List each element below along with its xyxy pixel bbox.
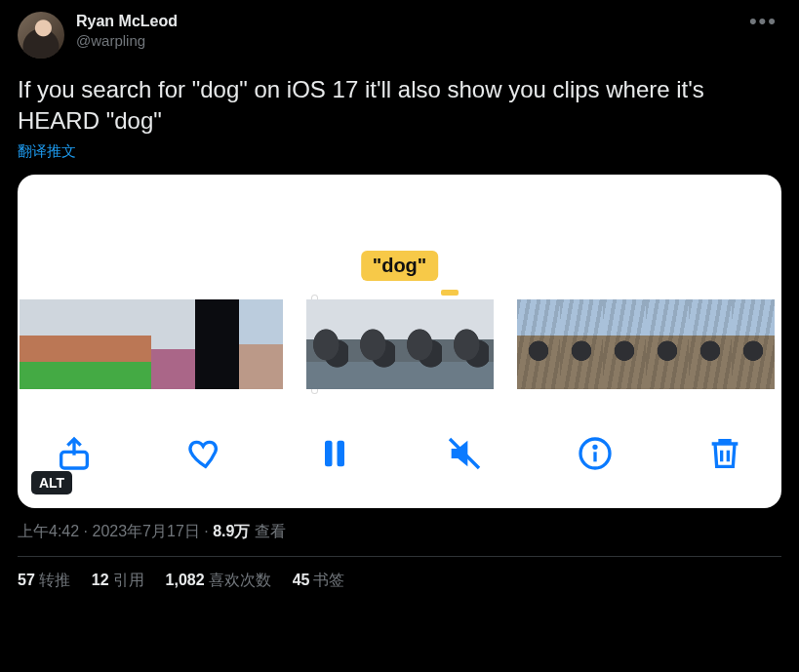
tweet-header: Ryan McLeod @warpling •••: [18, 12, 781, 59]
author-block[interactable]: Ryan McLeod @warpling: [76, 12, 734, 51]
search-highlight-token: "dog": [361, 251, 439, 281]
alt-badge[interactable]: ALT: [31, 471, 72, 494]
thumbnail[interactable]: [447, 299, 494, 389]
pause-icon[interactable]: [311, 430, 358, 477]
meta-time[interactable]: 上午4:42: [18, 523, 79, 539]
thumbnail[interactable]: [517, 299, 560, 389]
thumbnail[interactable]: [151, 299, 195, 389]
display-name: Ryan McLeod: [76, 12, 734, 31]
avatar[interactable]: [18, 12, 64, 59]
quotes-stat[interactable]: 12引用: [92, 571, 144, 591]
thumbnail[interactable]: [353, 299, 400, 389]
svg-point-5: [594, 446, 596, 448]
handle: @warpling: [76, 31, 734, 51]
tweet-meta: 上午4:422023年7月17日8.9万 查看: [18, 522, 781, 542]
media-toolbar: [18, 411, 781, 508]
retweets-label: 转推: [39, 572, 70, 588]
retweets-count: 57: [18, 572, 35, 588]
views-count: 8.9万: [213, 523, 250, 539]
svg-rect-2: [337, 441, 344, 467]
more-icon[interactable]: •••: [745, 12, 781, 31]
thumbnail[interactable]: [400, 299, 447, 389]
quotes-label: 引用: [113, 572, 144, 588]
highlight-marker: [441, 290, 459, 296]
thumbnail[interactable]: [689, 299, 732, 389]
share-icon[interactable]: [51, 430, 98, 477]
thumbnail[interactable]: [306, 299, 353, 389]
tweet-text: If you search for "dog" on iOS 17 it'll …: [18, 74, 781, 137]
thumbnail[interactable]: [732, 299, 775, 389]
bookmarks-label: 书签: [313, 572, 344, 588]
thumbnail[interactable]: [560, 299, 603, 389]
clip-thumbnails-group[interactable]: [20, 299, 283, 389]
likes-count: 1,082: [166, 572, 205, 588]
video-timeline[interactable]: [18, 299, 781, 389]
heart-icon[interactable]: [180, 430, 227, 477]
info-icon[interactable]: [572, 430, 619, 477]
svg-rect-1: [325, 441, 333, 467]
likes-stat[interactable]: 1,082喜欢次数: [166, 571, 271, 591]
thumbnail[interactable]: [107, 299, 151, 389]
trash-icon[interactable]: [701, 430, 748, 477]
meta-date[interactable]: 2023年7月17日: [92, 523, 199, 539]
bookmarks-stat[interactable]: 45书签: [293, 571, 345, 591]
quotes-count: 12: [92, 572, 109, 588]
thumbnail[interactable]: [603, 299, 646, 389]
likes-label: 喜欢次数: [209, 572, 271, 588]
clip-thumbnails-group[interactable]: [306, 299, 494, 389]
thumbnail[interactable]: [195, 299, 239, 389]
tweet: Ryan McLeod @warpling ••• If you search …: [0, 0, 799, 591]
clip-thumbnails-group[interactable]: [517, 299, 775, 389]
media-card[interactable]: "dog": [18, 175, 781, 508]
bookmarks-count: 45: [293, 572, 310, 588]
translate-link[interactable]: 翻译推文: [18, 142, 781, 161]
mute-icon[interactable]: [441, 430, 488, 477]
tweet-stats: 57转推 12引用 1,082喜欢次数 45书签: [18, 557, 781, 591]
thumbnail[interactable]: [239, 299, 283, 389]
thumbnail[interactable]: [646, 299, 689, 389]
thumbnail[interactable]: [63, 299, 107, 389]
views-label: 查看: [255, 523, 286, 539]
thumbnail[interactable]: [20, 299, 63, 389]
retweets-stat[interactable]: 57转推: [18, 571, 70, 591]
